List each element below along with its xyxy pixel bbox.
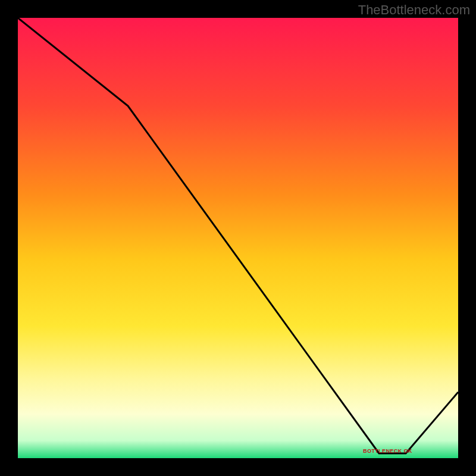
chart-line <box>18 18 458 458</box>
ok-region-label: BOTTLENECK OK <box>363 448 412 454</box>
watermark-text: TheBottleneck.com <box>358 2 470 18</box>
chart-plot-area: BOTTLENECK OK <box>18 18 458 458</box>
